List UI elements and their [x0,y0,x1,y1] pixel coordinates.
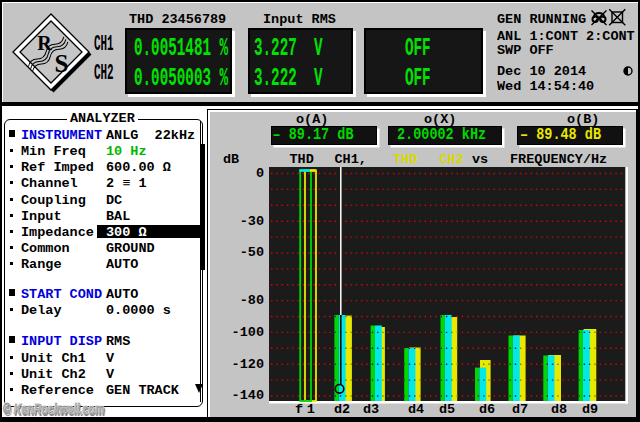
svg-text:S: S [55,50,69,77]
